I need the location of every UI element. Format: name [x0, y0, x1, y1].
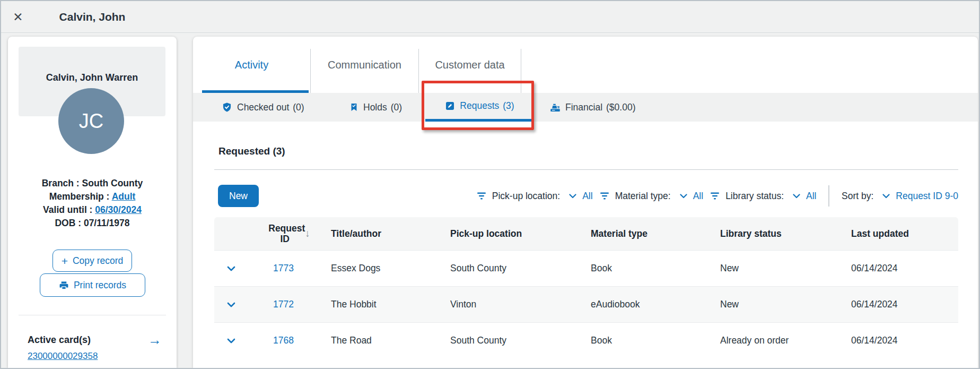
subtab-checked-out[interactable]: Checked out (0) — [222, 93, 304, 122]
table-row: 1773 Essex Dogs South County Book New 06… — [214, 250, 958, 286]
membership-link[interactable]: Adult — [112, 191, 136, 202]
new-request-button[interactable]: New — [218, 185, 259, 207]
toolbar: New Pick-up location: All Material type:… — [214, 184, 958, 208]
page-title: Calvin, John — [8, 1, 177, 33]
active-cards-label: Active card(s) — [28, 334, 91, 346]
shield-check-icon — [222, 102, 232, 113]
filter-status-value[interactable]: All — [806, 191, 816, 202]
customer-sidebar: Calvin, John Warren JC Branch : South Co… — [8, 37, 177, 368]
cell-title: The Hobbit — [319, 299, 439, 310]
customer-full-name: Calvin, John Warren — [19, 72, 165, 83]
chevron-down-icon[interactable] — [882, 194, 890, 199]
cell-status: New — [708, 263, 839, 274]
chevron-down-icon[interactable] — [793, 194, 800, 199]
card-number-link[interactable]: 23000000029358 — [28, 351, 98, 362]
column-request-id[interactable]: Request ID ↓ — [248, 223, 319, 244]
cell-updated: 06/14/2024 — [839, 263, 958, 274]
column-pickup-location: Pick-up location — [439, 228, 579, 239]
section-title: Requested (3) — [218, 145, 285, 157]
detail-valid-until: Valid until : 06/30/2024 — [8, 203, 177, 217]
arrow-right-icon[interactable]: → — [148, 333, 162, 347]
customer-details: Branch : South County Membership : Adult… — [8, 177, 177, 230]
table-row: 1768 The Road South County Book Already … — [214, 322, 958, 358]
cell-pickup: South County — [439, 263, 579, 274]
request-id-link[interactable]: 1773 — [273, 263, 294, 274]
filter-material-value[interactable]: All — [693, 191, 703, 202]
cell-material: Book — [579, 263, 708, 274]
filter-sort-separator — [828, 185, 829, 207]
column-title-author: Title/author — [319, 228, 439, 239]
detail-branch: Branch : South County — [8, 177, 177, 190]
valid-until-link[interactable]: 06/30/2024 — [95, 204, 142, 215]
cell-title: Essex Dogs — [319, 263, 439, 274]
sort-control: Sort by: Request ID 9-0 — [842, 191, 958, 202]
avatar-initials: JC — [79, 110, 103, 133]
cell-updated: 06/14/2024 — [839, 299, 958, 310]
cell-pickup: Vinton — [439, 299, 579, 310]
window-header: ✕ Calvin, John — [1, 1, 979, 33]
avatar: JC — [58, 88, 124, 154]
subtab-bar: Checked out (0) Holds (0) Requests (3) — [193, 93, 978, 122]
filter-library-status: Library status: All — [710, 191, 816, 202]
sort-value[interactable]: Request ID 9-0 — [896, 191, 958, 202]
filter-funnel-icon — [600, 192, 609, 200]
cell-material: Book — [579, 335, 708, 346]
request-id-link[interactable]: 1768 — [273, 335, 294, 346]
cell-status: New — [708, 299, 839, 310]
subtab-requests[interactable]: Requests (3) — [425, 93, 534, 122]
main-panel: Activity Communication Customer data Che… — [193, 37, 978, 368]
requests-table: Request ID ↓ Title/author Pick-up locati… — [214, 217, 958, 358]
active-cards-row: Active card(s) → — [28, 333, 162, 347]
tab-activity[interactable]: Activity — [193, 37, 310, 93]
sort-descending-icon[interactable]: ↓ — [305, 228, 310, 239]
chevron-down-icon[interactable] — [680, 194, 687, 199]
detail-membership: Membership : Adult — [8, 190, 177, 203]
copy-record-button[interactable]: + Copy record — [52, 250, 132, 272]
printer-icon — [59, 280, 69, 290]
cell-updated: 06/14/2024 — [839, 335, 958, 346]
filter-funnel-icon — [710, 192, 720, 200]
column-material-type: Material type — [579, 228, 708, 239]
filter-pickup-location: Pick-up location: All — [477, 191, 593, 202]
row-expand-chevron-icon[interactable] — [214, 302, 248, 307]
plus-icon: + — [62, 255, 68, 267]
cell-material: eAudiobook — [579, 299, 708, 310]
chevron-down-icon[interactable] — [569, 194, 576, 199]
tab-communication[interactable]: Communication — [311, 37, 418, 93]
subtab-financial[interactable]: Financial ($0.00) — [550, 93, 636, 122]
content-divider — [214, 169, 958, 170]
bookmark-check-icon — [349, 102, 358, 113]
detail-dob: DOB : 07/11/1978 — [8, 217, 177, 230]
print-records-button[interactable]: Print records — [40, 273, 145, 297]
filter-bar: Pick-up location: All Material type: All… — [477, 185, 958, 207]
cash-register-icon — [550, 102, 561, 113]
request-id-link[interactable]: 1772 — [273, 299, 294, 310]
edit-note-icon — [445, 101, 455, 111]
customer-record-window: ✕ Calvin, John Calvin, John Warren JC Br… — [0, 0, 980, 369]
tab-separator — [521, 49, 521, 93]
row-expand-chevron-icon[interactable] — [214, 266, 248, 271]
column-library-status: Library status — [708, 228, 839, 239]
table-header-row: Request ID ↓ Title/author Pick-up locati… — [214, 217, 958, 250]
sidebar-divider — [19, 315, 166, 315]
row-expand-chevron-icon[interactable] — [214, 338, 248, 344]
filter-material-type: Material type: All — [600, 191, 704, 202]
cell-title: The Road — [319, 335, 439, 346]
tab-customer-data[interactable]: Customer data — [419, 37, 521, 93]
cell-status: Already on order — [708, 335, 839, 346]
table-row: 1772 The Hobbit Vinton eAudiobook New 06… — [214, 286, 958, 322]
column-last-updated: Last updated — [839, 228, 958, 239]
cell-pickup: South County — [439, 335, 579, 346]
filter-pickup-value[interactable]: All — [582, 191, 592, 202]
filter-funnel-icon — [477, 192, 486, 200]
tab-bar: Activity Communication Customer data — [193, 37, 978, 93]
subtab-holds[interactable]: Holds (0) — [349, 93, 402, 122]
